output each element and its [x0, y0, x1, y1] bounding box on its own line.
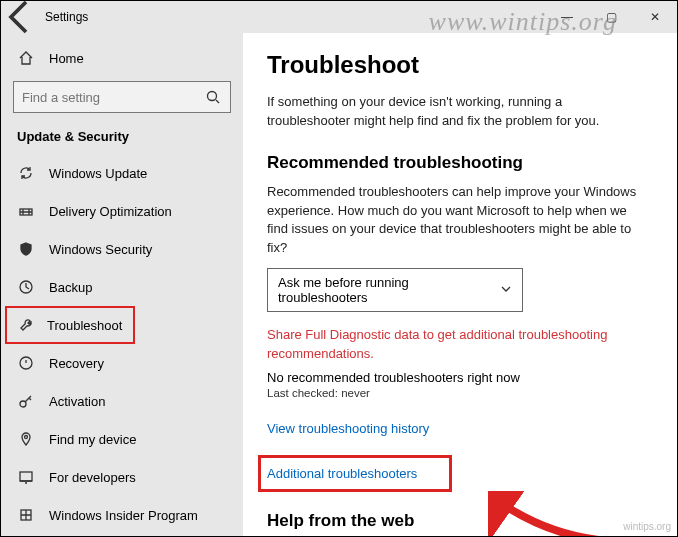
diagnostic-warning: Share Full Diagnostic data to get additi…	[267, 326, 647, 364]
window-title: Settings	[45, 10, 88, 24]
home-label: Home	[49, 51, 84, 66]
svg-point-5	[25, 436, 28, 439]
sidebar-item-label: Windows Security	[49, 242, 152, 257]
insider-icon	[17, 506, 35, 524]
additional-troubleshooters-link[interactable]: Additional troubleshooters	[261, 458, 449, 489]
troubleshooter-preference-dropdown[interactable]: Ask me before running troubleshooters	[267, 268, 523, 312]
wrench-icon	[17, 316, 35, 334]
sidebar-item-delivery-optimization[interactable]: Delivery Optimization	[1, 192, 243, 230]
svg-rect-6	[20, 472, 32, 481]
search-icon	[204, 88, 222, 106]
recovery-icon	[17, 354, 35, 372]
back-button[interactable]	[1, 1, 41, 33]
sidebar-item-label: Backup	[49, 280, 92, 295]
home-icon	[17, 49, 35, 67]
sidebar: Home Update & Security Windows Update De…	[1, 33, 243, 536]
sidebar-item-activation[interactable]: Activation	[1, 382, 243, 420]
sidebar-section-title: Update & Security	[1, 123, 243, 154]
last-checked: Last checked: never	[267, 387, 657, 399]
shield-icon	[17, 240, 35, 258]
dev-icon	[17, 468, 35, 486]
search-box[interactable]	[13, 81, 231, 113]
view-history-link[interactable]: View troubleshooting history	[267, 421, 429, 436]
key-icon	[17, 392, 35, 410]
minimize-button[interactable]: —	[545, 1, 589, 33]
sidebar-item-windows-update[interactable]: Windows Update	[1, 154, 243, 192]
svg-point-0	[208, 92, 217, 101]
chevron-down-icon	[500, 283, 512, 298]
sidebar-item-find-my-device[interactable]: Find my device	[1, 420, 243, 458]
sync-icon	[17, 164, 35, 182]
sidebar-item-label: Delivery Optimization	[49, 204, 172, 219]
maximize-button[interactable]: ▢	[589, 1, 633, 33]
help-heading: Help from the web	[267, 511, 657, 531]
sidebar-item-backup[interactable]: Backup	[1, 268, 243, 306]
search-input[interactable]	[22, 90, 192, 105]
dropdown-value: Ask me before running troubleshooters	[278, 275, 500, 305]
sidebar-item-label: Recovery	[49, 356, 104, 371]
recommended-description: Recommended troubleshooters can help imp…	[267, 183, 647, 258]
sidebar-item-label: Activation	[49, 394, 105, 409]
recommended-heading: Recommended troubleshooting	[267, 153, 657, 173]
location-icon	[17, 430, 35, 448]
sidebar-item-label: Troubleshoot	[47, 318, 122, 333]
backup-icon	[17, 278, 35, 296]
intro-text: If something on your device isn't workin…	[267, 93, 647, 131]
sidebar-item-label: Windows Insider Program	[49, 508, 198, 523]
sidebar-item-for-developers[interactable]: For developers	[1, 458, 243, 496]
credit-text: wintips.org	[623, 521, 671, 532]
home-button[interactable]: Home	[1, 39, 243, 77]
content-pane: Troubleshoot If something on your device…	[243, 33, 677, 536]
sidebar-item-windows-security[interactable]: Windows Security	[1, 230, 243, 268]
sidebar-item-label: For developers	[49, 470, 136, 485]
sidebar-item-windows-insider[interactable]: Windows Insider Program	[1, 496, 243, 534]
sidebar-item-label: Windows Update	[49, 166, 147, 181]
sidebar-item-recovery[interactable]: Recovery	[1, 344, 243, 382]
sidebar-item-troubleshoot[interactable]: Troubleshoot	[5, 306, 135, 344]
recommended-status: No recommended troubleshooters right now	[267, 370, 657, 385]
sidebar-item-label: Find my device	[49, 432, 136, 447]
page-title: Troubleshoot	[267, 51, 657, 79]
delivery-icon	[17, 202, 35, 220]
close-button[interactable]: ✕	[633, 1, 677, 33]
